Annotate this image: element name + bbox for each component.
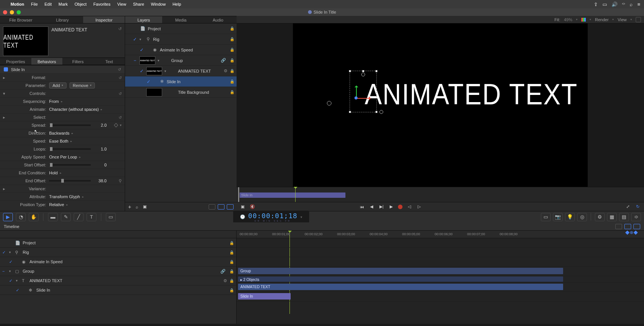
position-type-value[interactable]: Relative bbox=[49, 202, 67, 207]
timeline-row[interactable]: ✓◉Animate In Speed🔒 bbox=[0, 257, 236, 267]
parameter-add-button[interactable]: Add bbox=[49, 82, 67, 88]
loop-icon[interactable]: ↻ bbox=[635, 204, 641, 210]
z-axis-handle[interactable] bbox=[355, 96, 358, 99]
mini-behavior-bar[interactable]: Slide In bbox=[240, 192, 345, 198]
y-axis-handle[interactable] bbox=[356, 86, 357, 97]
timecode-display[interactable]: 🕐 00:00:01;18 HR MIN SEC FR ▾ bbox=[233, 211, 309, 223]
color-channels-icon[interactable] bbox=[581, 18, 586, 22]
layer-checkbox[interactable]: ✓ bbox=[146, 79, 151, 84]
record-button[interactable] bbox=[398, 205, 402, 209]
layer-disclosure[interactable]: ▾ bbox=[139, 37, 143, 41]
timeline-row[interactable]: ✓▾TANIMATED TEXT⚙🔒 bbox=[0, 276, 236, 286]
select-disclosure[interactable]: ▸ bbox=[3, 115, 8, 120]
behavior-enabled-checkbox[interactable] bbox=[4, 67, 8, 71]
canvas[interactable]: ANIMATED TEXT bbox=[293, 23, 588, 187]
end-condition-value[interactable]: Hold bbox=[49, 171, 61, 175]
tl-view-2[interactable] bbox=[624, 224, 631, 229]
layer-lock-icon[interactable]: 🔒 bbox=[230, 26, 234, 31]
screen-icon[interactable]: ▭ bbox=[602, 2, 607, 7]
in-point-marker[interactable] bbox=[238, 187, 239, 202]
camera-icon[interactable]: 📷 bbox=[553, 213, 563, 221]
tl-row-checkbox[interactable]: − bbox=[2, 269, 7, 273]
app-name[interactable]: Motion bbox=[11, 2, 24, 6]
menu-window[interactable]: Window bbox=[151, 2, 166, 6]
tl-view-1[interactable] bbox=[615, 224, 622, 229]
canvas-layout-icon[interactable] bbox=[636, 17, 641, 22]
rectangle-tool[interactable]: ▬ bbox=[48, 213, 58, 221]
view-mode-1[interactable] bbox=[209, 204, 215, 210]
sequencing-value[interactable]: From bbox=[49, 99, 62, 104]
layer-gear-icon[interactable]: ⚙ bbox=[224, 68, 228, 73]
loops-value[interactable]: 1.0 bbox=[93, 147, 108, 151]
end-offset-value[interactable]: 38.0 bbox=[93, 179, 108, 183]
layer-disclosure[interactable]: ▾ bbox=[164, 69, 168, 73]
anchor-point-icon[interactable] bbox=[327, 101, 331, 106]
tab-text[interactable]: Text bbox=[94, 58, 125, 65]
layer-lock-icon[interactable]: 🔒 bbox=[230, 69, 234, 73]
add-layer-button[interactable]: + bbox=[128, 204, 131, 210]
next-keyframe-button[interactable]: ▷ bbox=[416, 204, 422, 210]
tl-view-3[interactable] bbox=[633, 224, 640, 229]
end-offset-slider[interactable] bbox=[49, 180, 91, 182]
wifi-icon[interactable]: ⌔ bbox=[622, 2, 625, 7]
end-offset-rig-icon[interactable]: ⚲ bbox=[119, 179, 122, 183]
loops-slider[interactable] bbox=[49, 148, 91, 150]
tab-filters[interactable]: Filters bbox=[62, 58, 94, 65]
tl-row-checkbox[interactable]: ✓ bbox=[9, 259, 14, 264]
preview-reset-icon[interactable]: ↺ bbox=[118, 26, 122, 54]
format-reset-icon[interactable]: ↺ bbox=[119, 76, 122, 80]
timeline-bar-group[interactable]: Group bbox=[238, 268, 563, 274]
layer-lock-icon[interactable]: 🔒 bbox=[230, 90, 234, 94]
layer-row[interactable]: ✓✻Slide In🔒 bbox=[125, 76, 237, 87]
menu-share[interactable]: Share bbox=[133, 2, 144, 6]
behaviors-icon[interactable]: ⚙ bbox=[595, 213, 605, 221]
tab-layers[interactable]: Layers bbox=[125, 16, 162, 23]
timeline-row[interactable]: ✓✻Slide In🔒 bbox=[0, 286, 236, 295]
behavior-header[interactable]: Slide In ↺ bbox=[0, 65, 125, 73]
view-menu[interactable]: View bbox=[618, 17, 627, 22]
select-tool[interactable]: ▶ bbox=[3, 213, 13, 221]
spread-menu-icon[interactable]: ▾ bbox=[120, 123, 122, 127]
tl-row-lock-icon[interactable]: 🔒 bbox=[229, 279, 234, 283]
zoom-button[interactable] bbox=[17, 10, 21, 14]
apply-speed-value[interactable]: Once Per Loop bbox=[49, 155, 80, 159]
format-disclosure[interactable]: ▸ bbox=[3, 75, 8, 80]
timeline-zoom-control[interactable] bbox=[626, 231, 641, 234]
layer-row[interactable]: ✓ANIMATED TEXT▾ANIMATED TEXT⚙🔒 bbox=[125, 66, 237, 76]
effects-icon[interactable]: ◎ bbox=[577, 213, 587, 221]
tab-file-browser[interactable]: File Browser bbox=[0, 16, 42, 23]
view-mode-3[interactable] bbox=[227, 204, 234, 210]
particles-icon[interactable]: ፨ bbox=[631, 213, 641, 221]
tab-inspector[interactable]: Inspector bbox=[83, 16, 125, 23]
attribute-value[interactable]: Transform Glyph bbox=[49, 194, 83, 199]
prev-frame-button[interactable]: ◀ bbox=[368, 204, 375, 210]
mini-timeline[interactable]: Slide In bbox=[237, 187, 644, 202]
search-layers-icon[interactable]: ⌕ bbox=[136, 205, 138, 209]
layer-checkbox[interactable]: ✓ bbox=[139, 68, 144, 74]
layer-lock-icon[interactable]: 🔒 bbox=[230, 48, 234, 52]
spread-value[interactable]: 2.0 bbox=[93, 123, 108, 127]
tab-behaviors[interactable]: Behaviors bbox=[31, 58, 63, 65]
filters-icon[interactable]: ▦ bbox=[607, 213, 617, 221]
mini-playhead[interactable] bbox=[295, 187, 296, 202]
tl-row-disclosure[interactable]: ▾ bbox=[9, 269, 13, 273]
tl-row-link-icon[interactable]: 🔗 bbox=[220, 269, 226, 274]
tl-row-lock-icon[interactable]: 🔒 bbox=[229, 241, 234, 245]
menu-file[interactable]: File bbox=[31, 2, 38, 6]
start-offset-slider[interactable] bbox=[49, 164, 91, 166]
tl-row-lock-icon[interactable]: 🔒 bbox=[229, 288, 234, 292]
tl-row-lock-icon[interactable]: 🔒 bbox=[229, 269, 234, 273]
dropbox-icon[interactable]: ⇪ bbox=[594, 2, 598, 7]
menu-view[interactable]: View bbox=[117, 2, 126, 6]
canvas-text[interactable]: ANIMATED TEXT bbox=[365, 77, 578, 111]
volume-icon[interactable]: 🔊 bbox=[611, 2, 618, 7]
fullscreen-icon[interactable]: ⤢ bbox=[625, 204, 631, 210]
timeline-row[interactable]: 📄Project🔒 bbox=[0, 238, 236, 248]
layer-checkbox[interactable]: ✓ bbox=[139, 47, 144, 53]
layer-row[interactable]: −ANIMATED TEXT▾Group🔗🔒 bbox=[125, 55, 237, 66]
tl-row-disclosure[interactable]: ▾ bbox=[9, 250, 13, 254]
variance-disclosure[interactable]: ▸ bbox=[3, 186, 8, 191]
hud-icon[interactable]: ▭ bbox=[541, 213, 551, 221]
timeline-bar-objects[interactable]: ▸ 2 Objects bbox=[238, 276, 563, 282]
go-to-start-button[interactable]: ⏮ bbox=[359, 204, 365, 210]
